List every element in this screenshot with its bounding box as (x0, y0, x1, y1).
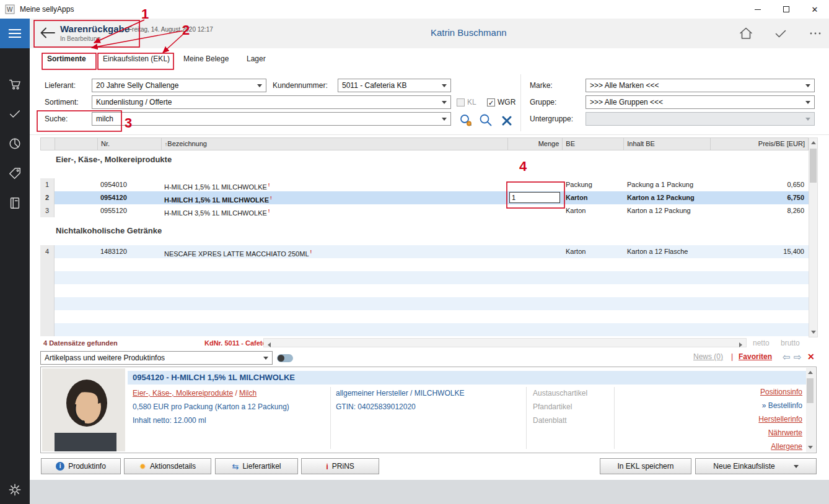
group-header: Eier-, Käse-, Molkereiprodukte (40, 150, 809, 178)
settings-gear-icon[interactable] (8, 483, 22, 497)
bestellinfo-link[interactable]: » Bestellinfo (762, 401, 802, 410)
in-ekl-speichern-button[interactable]: In EKL speichern (600, 458, 691, 474)
kundennummer-label: Kundennummer: (273, 81, 328, 90)
header-nr[interactable]: Nr. (98, 138, 162, 150)
marke-select[interactable]: >>> Alle Marken <<< (586, 79, 815, 92)
maximize-button[interactable] (772, 0, 800, 19)
ledger-icon[interactable] (8, 196, 22, 210)
news-link[interactable]: News (0) (693, 352, 723, 361)
table-row-selected[interactable]: 2 0954120 H-MILCH 1,5% 1L MILCHWOLKE Kar… (40, 191, 809, 204)
tab-sortimente[interactable]: Sortimente (47, 54, 86, 63)
productinfo-select[interactable]: Artikelpass und weitere Produktinfos (40, 351, 273, 365)
scroll-left-icon[interactable] (265, 340, 273, 349)
header-menge[interactable]: Menge (508, 138, 563, 150)
favoriten-link[interactable]: Favoriten (739, 352, 772, 361)
search-icon[interactable] (478, 113, 493, 128)
more-options-icon[interactable] (808, 26, 823, 41)
chevron-down-icon (263, 357, 268, 360)
home-icon[interactable] (739, 26, 753, 41)
header-inhalt-be[interactable]: Inhalt BE (624, 138, 711, 150)
tab-meine-belege[interactable]: Meine Belege (183, 54, 229, 63)
confirm-check-icon[interactable] (773, 26, 788, 41)
marke-label: Marke: (530, 81, 553, 90)
wgr-checkbox[interactable]: ✓ (487, 98, 495, 106)
vertical-scrollbar[interactable] (809, 137, 818, 337)
scrollbar-thumb[interactable] (810, 149, 817, 183)
back-arrow-icon[interactable] (38, 24, 57, 42)
produktinfo-button[interactable]: i Produktinfo (41, 458, 121, 474)
neue-einkaufsliste-button[interactable]: Neue Einkaufsliste (695, 458, 817, 474)
scroll-up-icon[interactable] (809, 138, 817, 147)
pie-chart-icon[interactable] (8, 137, 22, 150)
menu-icon[interactable] (0, 19, 30, 48)
naehrwerte-link[interactable]: Nährwerte (768, 428, 802, 437)
page-header: Warenrückgabe In Bearbeitung Freitag, 14… (30, 19, 829, 48)
service-agent-photo (42, 368, 125, 451)
chevron-down-icon (805, 118, 810, 121)
lieferartikel-button[interactable]: ⇆ Lieferartikel (215, 458, 298, 474)
gruppe-select[interactable]: >>> Alle Gruppen <<< (586, 95, 815, 109)
records-found-status: 4 Datensätze gefunden (43, 339, 118, 347)
close-panel-icon[interactable]: ✕ (807, 352, 815, 362)
netto-toggle[interactable]: netto (753, 339, 770, 347)
panel-scrollbar[interactable] (806, 368, 815, 452)
category-link[interactable]: Eier-, Käse-, Molkereiprodukte (133, 389, 233, 398)
info-icon: i (56, 462, 64, 471)
untergruppe-select[interactable] (586, 112, 815, 126)
clear-search-icon[interactable] (499, 113, 514, 128)
bottom-strip (30, 480, 829, 504)
close-button[interactable]: ✕ (800, 0, 829, 19)
wgr-label: WGR (498, 98, 515, 106)
cart-icon[interactable] (8, 77, 22, 91)
header-blank[interactable] (55, 138, 98, 150)
tab-einkaufslisten[interactable]: Einkaufslisten (EKL) (103, 54, 170, 63)
table-row[interactable]: 4 1483120 NESCAFE XPRES LATTE MACCHIATO … (40, 245, 809, 258)
header-preis[interactable]: Preis/BE [EUR] (711, 138, 809, 150)
positionsinfo-link[interactable]: Positionsinfo (760, 388, 802, 396)
kl-checkbox[interactable] (457, 98, 465, 106)
check-icon[interactable] (8, 107, 22, 121)
table-row[interactable]: 1 0954010 H-MILCH 1,5% 1L MILCHWOLKE Pac… (40, 178, 809, 191)
tab-lager[interactable]: Lager (247, 54, 266, 63)
info-marker-icon (270, 195, 272, 201)
subcategory-link[interactable]: Milch (239, 389, 257, 398)
quantity-input[interactable] (509, 192, 560, 203)
chevron-down-icon (257, 84, 262, 87)
scroll-right-icon[interactable] (737, 340, 745, 349)
header-bezeichnung[interactable]: ↑Bezeichnung (162, 138, 509, 150)
info-marker-icon (268, 208, 270, 214)
empty-row (40, 271, 809, 284)
scroll-up-icon[interactable] (806, 368, 814, 377)
next-arrow-icon[interactable]: ⇨ (794, 352, 802, 363)
page-status: In Bearbeitung (60, 35, 100, 42)
price-tag-icon[interactable] (8, 167, 22, 180)
allergene-link[interactable]: Allergene (771, 442, 802, 451)
sortiment-select[interactable]: Kundenlistung / Offerte (92, 95, 451, 109)
empty-row (40, 323, 809, 336)
empty-row (40, 297, 809, 310)
aktionsdetails-button[interactable]: ✹ Aktionsdetails (124, 458, 211, 474)
window-titlebar: W Meine sellyApps ✕ (0, 0, 829, 19)
prins-button[interactable]: i PRiNS (301, 458, 379, 474)
table-row[interactable]: 3 0955120 H-MILCH 3,5% 1L MILCHWOLKE Kar… (40, 204, 809, 217)
herstellerinfo-link[interactable]: Herstellerinfo (758, 415, 802, 424)
header-be[interactable]: BE (563, 138, 624, 150)
header-index[interactable] (41, 138, 55, 150)
scroll-down-icon[interactable] (806, 443, 814, 452)
scroll-down-icon[interactable] (809, 328, 817, 337)
horizontal-scrollbar[interactable] (263, 338, 747, 347)
sidebar (0, 19, 30, 504)
prev-arrow-icon[interactable]: ⇦ (783, 352, 791, 363)
lieferant-select[interactable]: 20 Jahre Selly Challenge (92, 79, 266, 92)
kundennummer-select[interactable]: 5011 - Cafeteria KB (338, 79, 451, 92)
kl-label: KL (467, 98, 476, 106)
search-input[interactable]: milch (92, 112, 451, 126)
info-toggle-switch[interactable] (277, 354, 293, 362)
minimize-button[interactable] (743, 0, 772, 19)
panel-divider (526, 387, 527, 449)
scrollbar-thumb[interactable] (807, 378, 814, 403)
search-badge-icon[interactable] (458, 113, 473, 128)
brutto-toggle[interactable]: brutto (781, 339, 800, 347)
empty-row (40, 284, 809, 297)
star-burst-icon: ✹ (139, 463, 146, 471)
